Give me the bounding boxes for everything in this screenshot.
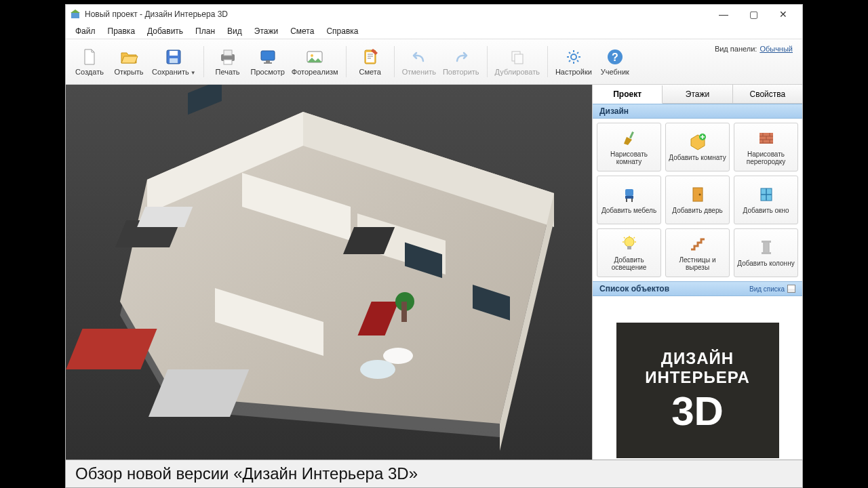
list-view-icon — [787, 285, 795, 293]
svg-rect-54 — [627, 246, 631, 249]
settings-button[interactable]: Настройки — [552, 42, 595, 81]
monitor-icon — [258, 47, 277, 66]
stairs-cutouts-button[interactable]: Лестницы и вырезы — [665, 228, 730, 277]
object-list-title: Список объектов — [599, 284, 669, 293]
draw-partition-button[interactable]: Нарисовать перегородку — [734, 123, 798, 171]
undo-icon — [410, 47, 429, 66]
gear-icon — [564, 47, 583, 66]
save-icon — [164, 47, 183, 66]
object-list-header: Список объектов Вид списка — [593, 281, 802, 296]
side-panel: Проект Этажи Свойства Дизайн Нарисовать … — [592, 85, 802, 485]
duplicate-button[interactable]: Дублировать — [492, 42, 543, 81]
help-icon: ? — [606, 47, 625, 66]
tab-floors[interactable]: Этажи — [663, 85, 732, 103]
stairs-icon — [688, 235, 707, 253]
open-button[interactable]: Открыть — [109, 42, 149, 81]
photo-icon — [305, 47, 324, 66]
lightbulb-icon — [620, 235, 639, 253]
maximize-button[interactable]: ▢ — [738, 5, 768, 24]
save-button[interactable]: Сохранить▼ — [149, 42, 199, 81]
svg-rect-47 — [625, 196, 633, 199]
side-tabs: Проект Этажи Свойства — [593, 85, 802, 104]
cube-plus-icon — [688, 132, 707, 151]
svg-rect-7 — [224, 60, 232, 64]
tutorial-button[interactable]: ? Учебник — [595, 42, 635, 81]
draw-room-button[interactable]: Нарисовать комнату — [597, 123, 661, 171]
viewport-3d[interactable] — [66, 85, 592, 485]
svg-rect-49 — [631, 199, 633, 202]
menu-bar: Файл Правка Добавить План Вид Этажи Смет… — [66, 24, 802, 39]
svg-point-51 — [698, 194, 701, 196]
object-list-body: ДИЗАЙН ИНТЕРЬЕРА 3D — [593, 296, 802, 485]
menu-estimate[interactable]: Смета — [285, 25, 319, 37]
app-icon — [70, 9, 81, 20]
window-controls: — ▢ ✕ — [709, 5, 798, 24]
svg-rect-34 — [401, 302, 407, 322]
panel-style-link[interactable]: Обычный — [760, 45, 793, 53]
menu-add[interactable]: Добавить — [142, 25, 189, 37]
menu-floors[interactable]: Этажи — [249, 25, 283, 37]
undo-button[interactable]: Отменить — [399, 42, 439, 81]
svg-rect-14 — [366, 52, 374, 62]
paintbrush-icon — [620, 129, 639, 148]
application-window: Новый проект - Дизайн Интерьера 3D — ▢ ✕… — [65, 4, 803, 485]
svg-point-53 — [625, 237, 634, 247]
column-icon — [757, 238, 776, 257]
svg-rect-9 — [266, 60, 270, 62]
panel-style-selector: Вид панели: Обычный — [709, 42, 798, 81]
design-section-header: Дизайн — [593, 104, 802, 119]
brick-wall-icon — [757, 129, 776, 148]
duplicate-icon — [508, 47, 527, 66]
chair-icon — [620, 185, 639, 204]
redo-button[interactable]: Повторить — [439, 42, 483, 81]
add-column-button[interactable]: Добавить колонну — [734, 228, 798, 277]
svg-rect-0 — [71, 13, 79, 18]
svg-rect-10 — [264, 62, 272, 64]
add-window-button[interactable]: Добавить окно — [734, 176, 798, 224]
printer-icon — [218, 47, 237, 66]
new-file-icon — [80, 47, 99, 66]
print-button[interactable]: Печать — [208, 42, 248, 81]
svg-point-38 — [360, 360, 395, 379]
add-furniture-button[interactable]: Добавить мебель — [597, 176, 661, 224]
preview-button[interactable]: Просмотр — [248, 42, 288, 81]
menu-plan[interactable]: План — [190, 25, 220, 37]
svg-rect-46 — [625, 189, 633, 196]
promo-logo: ДИЗАЙН ИНТЕРЬЕРА 3D — [616, 323, 779, 458]
add-room-button[interactable]: Добавить комнату — [665, 123, 730, 171]
svg-rect-8 — [261, 51, 275, 60]
svg-rect-16 — [515, 54, 523, 64]
menu-file[interactable]: Файл — [70, 25, 101, 37]
video-caption-text: Обзор новой версии «Дизайн Интерьера 3D» — [75, 464, 418, 483]
svg-rect-48 — [626, 199, 627, 202]
svg-rect-56 — [762, 241, 771, 243]
add-door-button[interactable]: Добавить дверь — [665, 176, 730, 224]
window-title: Новый проект - Дизайн Интерьера 3D — [85, 9, 709, 19]
design-tools-grid: Нарисовать комнату Добавить комнату Нари… — [593, 119, 802, 281]
toolbar: Создать Открыть Сохранить▼ Печать Просмо… — [66, 39, 802, 85]
estimate-button[interactable]: Смета — [351, 42, 390, 81]
add-lighting-button[interactable]: Добавить освещение — [597, 228, 661, 277]
menu-edit[interactable]: Правка — [102, 25, 141, 37]
svg-point-37 — [383, 348, 413, 364]
svg-marker-1 — [71, 9, 80, 13]
photorealism-button[interactable]: Фотореализм — [288, 42, 342, 81]
list-view-mode-toggle[interactable]: Вид списка — [749, 285, 795, 293]
promo-line-2: ИНТЕРЬЕРА — [645, 368, 750, 387]
clipboard-icon — [361, 47, 380, 66]
redo-icon — [452, 47, 471, 66]
close-button[interactable]: ✕ — [768, 5, 798, 24]
minimize-button[interactable]: — — [709, 5, 738, 24]
create-button[interactable]: Создать — [70, 42, 109, 81]
menu-help[interactable]: Справка — [321, 25, 363, 37]
folder-open-icon — [119, 47, 138, 66]
menu-view[interactable]: Вид — [222, 25, 248, 37]
tab-properties[interactable]: Свойства — [733, 85, 802, 103]
chevron-down-icon: ▼ — [191, 70, 196, 76]
title-bar: Новый проект - Дизайн Интерьера 3D — ▢ ✕ — [66, 5, 802, 24]
svg-rect-42 — [629, 131, 633, 138]
floor-plan-render — [66, 85, 592, 471]
tab-project[interactable]: Проект — [593, 85, 663, 104]
svg-rect-50 — [693, 188, 703, 201]
svg-point-17 — [571, 54, 576, 60]
